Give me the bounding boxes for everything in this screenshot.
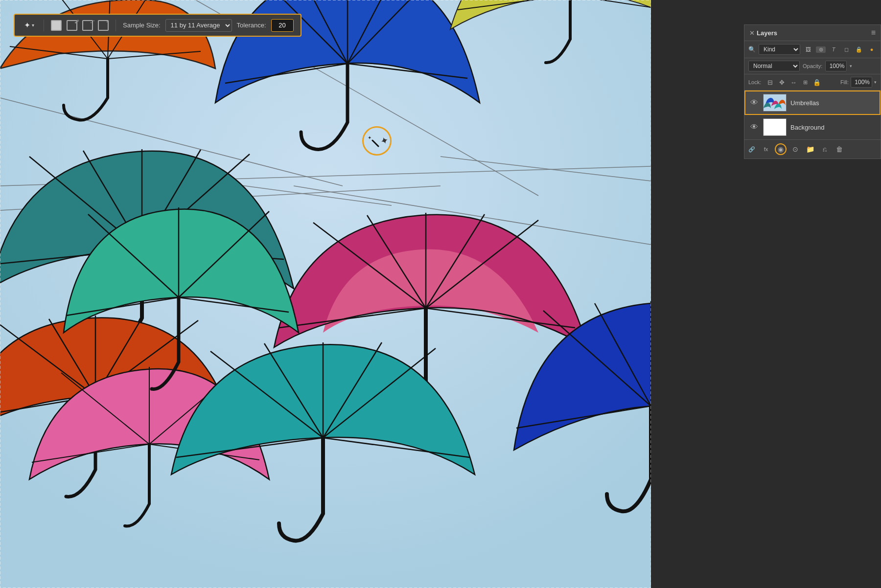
opacity-input[interactable] bbox=[825, 61, 847, 71]
layers-panel-menu-button[interactable]: ≡ bbox=[871, 28, 876, 37]
layers-panel: ✕ Layers ≡ 🔍 Kind 🖼 ⊛ T ◻ 🔒 ● Normal Opa… bbox=[744, 24, 881, 159]
sample-mode-add-button[interactable]: + bbox=[67, 20, 77, 31]
layers-bottom-bar: 🔗 fx ◉ ⊙ 📁 ⎌ 🗑 bbox=[744, 139, 881, 158]
toolbar-separator-1 bbox=[44, 20, 44, 31]
tool-dropdown-arrow: ▾ bbox=[32, 23, 34, 28]
filter-type-icon[interactable]: T bbox=[829, 46, 838, 52]
layer-umbrellas-name: Umbrellas bbox=[790, 99, 876, 107]
lock-label: Lock: bbox=[748, 79, 761, 85]
toolbar-separator-2 bbox=[116, 20, 116, 31]
sample-mode-new-button[interactable] bbox=[51, 20, 62, 31]
layer-umbrellas-thumbnail bbox=[763, 94, 787, 112]
layers-panel-header: ✕ Layers ≡ bbox=[744, 25, 881, 41]
sample-size-select[interactable]: 11 by 11 Average bbox=[165, 19, 232, 32]
add-adjustment-button[interactable]: ◉ bbox=[775, 143, 787, 155]
svg-rect-76 bbox=[764, 119, 787, 136]
opacity-label: Opacity: bbox=[803, 63, 822, 69]
layers-lock-row: Lock: ⊟ ✥ ↔ ⊞ 🔒 Fill: ▾ bbox=[744, 74, 881, 90]
layers-panel-close-button[interactable]: ✕ bbox=[749, 29, 755, 37]
layers-filter-row: 🔍 Kind 🖼 ⊛ T ◻ 🔒 ● bbox=[744, 41, 881, 58]
filter-shape-icon[interactable]: ◻ bbox=[841, 46, 851, 53]
lock-all-button[interactable]: 🔒 bbox=[812, 79, 822, 86]
canvas-area[interactable]: ✦ bbox=[0, 0, 651, 588]
filter-kind-select[interactable]: Kind bbox=[759, 44, 800, 55]
filter-on-off-icon[interactable]: ● bbox=[867, 46, 877, 52]
tolerance-label: Tolerance: bbox=[237, 22, 266, 29]
magic-wand-cursor: ✦ bbox=[362, 126, 392, 156]
fill-arrow[interactable]: ▾ bbox=[874, 80, 877, 85]
sample-mode-subtract-button[interactable]: − bbox=[82, 20, 93, 31]
canvas-image: ✦ bbox=[0, 0, 651, 588]
svg-line-74 bbox=[372, 140, 378, 146]
layers-panel-title: Layers bbox=[757, 29, 777, 37]
layer-background-thumbnail bbox=[763, 118, 787, 136]
toolbar: ✦ ▾ + − × Sample Size: 11 by 11 Average … bbox=[14, 14, 301, 37]
lock-transparent-button[interactable]: ⊟ bbox=[765, 79, 775, 86]
link-icon: 🔗 bbox=[748, 146, 755, 153]
layer-umbrellas[interactable]: 👁 Umbrellas bbox=[744, 90, 881, 115]
add-fx-button[interactable]: fx bbox=[760, 143, 772, 155]
sample-size-label: Sample Size: bbox=[123, 22, 161, 29]
filter-smart-icon[interactable]: 🔒 bbox=[854, 46, 864, 53]
filter-adjustment-icon[interactable]: ⊛ bbox=[816, 46, 826, 53]
layers-blend-row: Normal Opacity: ▾ bbox=[744, 58, 881, 74]
layer-background-name: Background bbox=[790, 124, 876, 131]
lock-artboard-button[interactable]: ⊞ bbox=[800, 79, 810, 86]
magic-wand-icon: ✦ bbox=[24, 21, 30, 30]
layer-umbrellas-visibility[interactable]: 👁 bbox=[749, 98, 759, 107]
delete-layer-button[interactable]: 🗑 bbox=[834, 143, 845, 155]
add-mask-button[interactable]: ⊙ bbox=[789, 143, 801, 155]
layer-background[interactable]: 👁 Background bbox=[744, 115, 881, 139]
fill-label: Fill: bbox=[840, 79, 849, 85]
opacity-arrow[interactable]: ▾ bbox=[850, 64, 852, 68]
lock-image-button[interactable]: ✥ bbox=[777, 79, 787, 86]
layer-background-visibility[interactable]: 👁 bbox=[749, 123, 759, 132]
lock-position-button[interactable]: ↔ bbox=[788, 79, 798, 86]
filter-search-icon: 🔍 bbox=[748, 46, 756, 53]
fill-input[interactable] bbox=[851, 77, 872, 88]
new-group-button[interactable]: 📁 bbox=[804, 143, 816, 155]
sample-mode-intersect-button[interactable]: × bbox=[98, 20, 109, 31]
new-layer-button[interactable]: ⎌ bbox=[819, 143, 831, 155]
magic-wand-tool-button[interactable]: ✦ ▾ bbox=[22, 19, 37, 32]
svg-text:✦: ✦ bbox=[368, 135, 371, 140]
filter-pixel-icon[interactable]: 🖼 bbox=[803, 46, 813, 52]
blend-mode-select[interactable]: Normal bbox=[748, 61, 800, 71]
tolerance-input[interactable] bbox=[271, 19, 294, 32]
